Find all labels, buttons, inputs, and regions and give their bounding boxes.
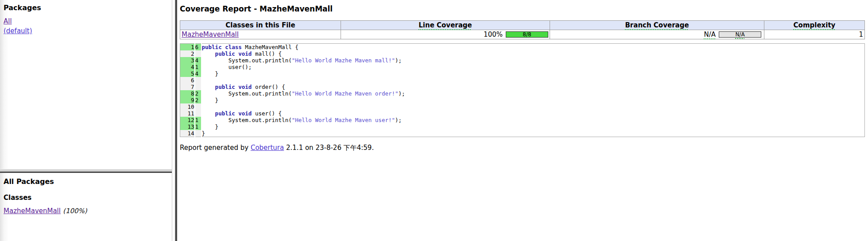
- line-number: 4: [180, 64, 195, 70]
- line-number: 14: [180, 130, 195, 137]
- branch-coverage-cell: N/A N/A: [550, 30, 764, 39]
- class-coverage-percent: (100%): [63, 207, 87, 215]
- class-name-link[interactable]: MazheMavenMall: [182, 31, 239, 38]
- frame-divider-vertical[interactable]: [172, 0, 177, 241]
- source-code-line: }: [202, 130, 865, 137]
- header-line-coverage: Line Coverage: [341, 21, 550, 30]
- classes-heading: Classes: [4, 194, 168, 202]
- source-line: 54 }: [180, 70, 865, 77]
- footer-text-prefix: Report generated by: [180, 144, 251, 152]
- source-line: 131 }: [180, 123, 865, 130]
- hit-count: 2: [195, 97, 202, 103]
- packages-frame: Packages All (default): [0, 0, 172, 169]
- package-link-all[interactable]: All: [4, 17, 12, 25]
- line-number: 1: [180, 44, 195, 51]
- summary-header-row: Classes in this File Line Coverage Branc…: [180, 21, 865, 30]
- line-number: 5: [180, 70, 195, 77]
- sidebar: Packages All (default) All Packages Clas…: [0, 0, 172, 241]
- footer-text-suffix: 2.1.1 on 23-8-26 下午4:59.: [284, 144, 374, 152]
- package-link-default[interactable]: (default): [4, 27, 32, 35]
- source-line: 16public class MazheMavenMall {: [180, 44, 865, 51]
- report-frame: 凶码者 Coverage Report - MazheMavenMall Cla…: [177, 0, 868, 241]
- source-line: 92 }: [180, 97, 865, 103]
- source-code-table: 16public class MazheMavenMall {2 public …: [180, 43, 865, 137]
- header-classes-in-file: Classes in this File: [180, 21, 341, 30]
- source-code-line: public void mall() {: [202, 50, 865, 57]
- line-number: 3: [180, 57, 195, 64]
- hit-count: 1: [195, 117, 202, 123]
- source-line: 10: [180, 103, 865, 110]
- source-table-body: 16public class MazheMavenMall {2 public …: [180, 44, 865, 137]
- line-coverage-cell: 100% 8/8: [341, 30, 550, 39]
- line-number: 2: [180, 50, 195, 57]
- source-line: 82 System.out.println("Hello World Mazhe…: [180, 90, 865, 97]
- line-number: 11: [180, 110, 195, 117]
- line-coverage-percent: 100%: [484, 31, 503, 38]
- source-code-line: System.out.println("Hello World Mazhe Ma…: [202, 117, 865, 123]
- source-line: 2 public void mall() {: [180, 50, 865, 57]
- hit-count: [195, 77, 202, 84]
- source-code-line: public void user() {: [202, 110, 865, 117]
- source-line: 121 System.out.println("Hello World Mazh…: [180, 117, 865, 123]
- hit-count: 1: [195, 123, 202, 130]
- source-code-line: public void order() {: [202, 84, 865, 90]
- source-code-line: System.out.println("Hello World Mazhe Ma…: [202, 90, 865, 97]
- source-code-line: }: [202, 123, 865, 130]
- source-code-line: System.out.println("Hello World Mazhe Ma…: [202, 57, 865, 64]
- source-code-line: [202, 103, 865, 110]
- complexity-cell: 1: [764, 30, 865, 39]
- hit-count: 2: [195, 90, 202, 97]
- class-link[interactable]: MazheMavenMall: [4, 207, 61, 215]
- source-line: 6: [180, 77, 865, 84]
- class-list-item: MazheMavenMall (100%): [4, 206, 168, 216]
- line-number: 13: [180, 123, 195, 130]
- packages-heading: Packages: [4, 4, 168, 12]
- source-line: 41 user();: [180, 64, 865, 70]
- source-code-line: [202, 77, 865, 84]
- classes-frame: All Packages Classes MazheMavenMall (100…: [0, 173, 172, 241]
- line-number: 6: [180, 77, 195, 84]
- line-number: 10: [180, 103, 195, 110]
- line-number: 9: [180, 97, 195, 103]
- branch-coverage-bar: N/A: [719, 31, 761, 38]
- page-title: Coverage Report - MazheMavenMall: [180, 4, 865, 13]
- cobertura-link[interactable]: Cobertura: [251, 144, 284, 152]
- hit-count: 6: [195, 44, 202, 51]
- frame-divider-horizontal[interactable]: [0, 169, 172, 173]
- source-line: 34 System.out.println("Hello World Mazhe…: [180, 57, 865, 64]
- coverage-report-page: Packages All (default) All Packages Clas…: [0, 0, 868, 241]
- all-packages-heading: All Packages: [4, 177, 168, 186]
- report-footer: Report generated by Cobertura 2.1.1 on 2…: [180, 144, 865, 152]
- hit-count: 4: [195, 57, 202, 64]
- hit-count: [195, 130, 202, 137]
- source-code-line: }: [202, 70, 865, 77]
- coverage-summary-table: Classes in this File Line Coverage Branc…: [180, 20, 865, 39]
- line-number: 7: [180, 84, 195, 90]
- line-number: 8: [180, 90, 195, 97]
- source-code-line: user();: [202, 64, 865, 70]
- header-complexity: Complexity: [764, 21, 865, 30]
- source-line: 11 public void user() {: [180, 110, 865, 117]
- line-coverage-bar: 8/8: [506, 31, 548, 38]
- branch-coverage-percent: N/A: [704, 31, 716, 38]
- hit-count: 1: [195, 64, 202, 70]
- class-name-cell: MazheMavenMall: [180, 30, 341, 39]
- hit-count: 4: [195, 70, 202, 77]
- summary-data-row: MazheMavenMall 100% 8/8 N/A N/A 1: [180, 30, 865, 39]
- hit-count: [195, 84, 202, 90]
- hit-count: [195, 50, 202, 57]
- hit-count: [195, 103, 202, 110]
- source-line: 7 public void order() {: [180, 84, 865, 90]
- source-code-panel: 16public class MazheMavenMall {2 public …: [180, 43, 865, 137]
- source-line: 14}: [180, 130, 865, 137]
- hit-count: [195, 110, 202, 117]
- header-branch-coverage: Branch Coverage: [550, 21, 764, 30]
- source-code-line: public class MazheMavenMall {: [202, 44, 865, 51]
- line-number: 12: [180, 117, 195, 123]
- source-code-line: }: [202, 97, 865, 103]
